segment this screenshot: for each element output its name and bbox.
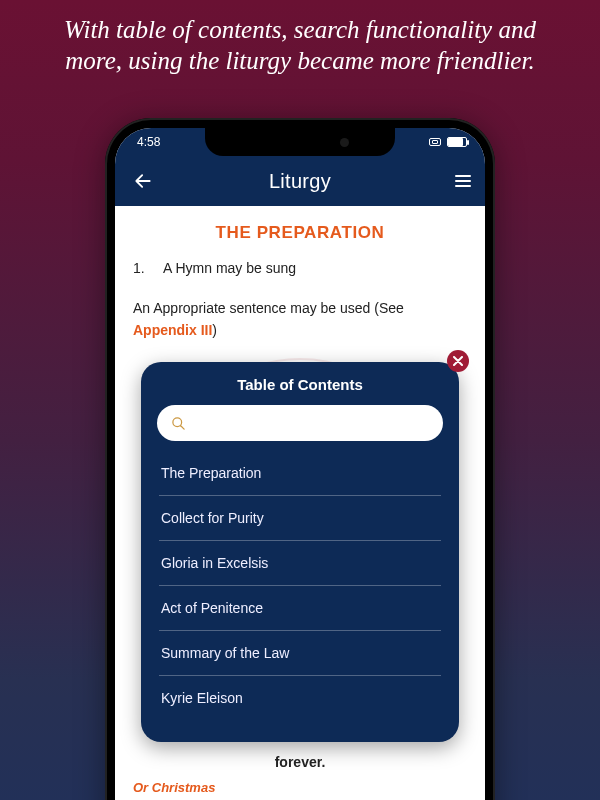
search-icon (171, 416, 186, 431)
paragraph: An Appropriate sentence may be used (See… (133, 298, 467, 341)
status-indicator-icon (429, 138, 441, 146)
close-icon (453, 356, 463, 366)
notch (205, 128, 395, 156)
toc-list: The Preparation Collect for Purity Glori… (141, 451, 459, 706)
promo-caption: With table of contents, search functiona… (0, 0, 600, 85)
toc-item[interactable]: Kyrie Eleison (159, 676, 441, 706)
item-number: 1. (133, 258, 151, 280)
toc-panel: Table of Contents The Preparation Collec… (141, 362, 459, 742)
screen: 4:58 Liturgy THE PREPARATION 1. A Hymn m… (115, 128, 485, 800)
lower-content: forever. Or Christmas President: Christ … (133, 754, 467, 800)
body-content: THE PREPARATION 1. A Hymn may be sung An… (115, 206, 485, 341)
toc-search-input[interactable] (194, 415, 429, 431)
text: An Appropriate sentence may be used (See (133, 300, 404, 316)
section-heading: THE PREPARATION (133, 220, 467, 246)
alt-label: Or Christmas (133, 780, 467, 795)
toc-item[interactable]: The Preparation (159, 451, 441, 496)
appendix-link[interactable]: Appendix III (133, 322, 212, 338)
toc-close-button[interactable] (447, 350, 469, 372)
app-bar: Liturgy (115, 156, 485, 206)
status-time: 4:58 (137, 135, 160, 149)
toc-title: Table of Contents (141, 376, 459, 393)
list-item: 1. A Hymn may be sung (133, 258, 467, 280)
text: ) (212, 322, 217, 338)
phone-frame: 4:58 Liturgy THE PREPARATION 1. A Hymn m… (105, 118, 495, 800)
toc-search-field[interactable] (157, 405, 443, 441)
status-right (429, 137, 467, 147)
toc-item[interactable]: Act of Penitence (159, 586, 441, 631)
toc-item[interactable]: Collect for Purity (159, 496, 441, 541)
toc-item[interactable]: Gloria in Excelsis (159, 541, 441, 586)
toc-item[interactable]: Summary of the Law (159, 631, 441, 676)
response-text: forever. (133, 754, 467, 770)
appbar-title: Liturgy (115, 170, 485, 193)
battery-icon (447, 137, 467, 147)
item-text: A Hymn may be sung (163, 258, 296, 280)
